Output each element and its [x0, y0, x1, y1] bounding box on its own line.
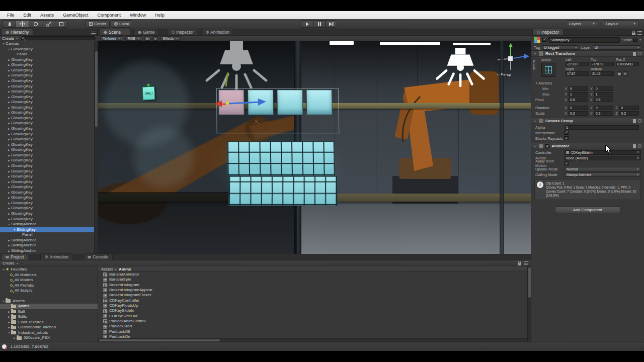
lock-icon[interactable]: [632, 33, 635, 35]
expander-arrow-icon[interactable]: ▶: [7, 309, 11, 315]
rotation-x-field[interactable]: 0: [569, 106, 588, 110]
hierarchy-item[interactable]: ▶ GlowingKey: [0, 62, 98, 68]
alpha-field[interactable]: 1: [565, 125, 639, 130]
expander-arrow-icon[interactable]: ▶: [7, 78, 11, 84]
tab-hierarchy[interactable]: Hierarchy: [1, 29, 33, 35]
asset-file-row[interactable]: CDKeyController: [98, 298, 531, 303]
hierarchy-item[interactable]: ▶ GlowingKey: [0, 116, 98, 121]
expander-arrow-icon[interactable]: ▶: [7, 137, 11, 142]
hierarchy-item[interactable]: Panel: [0, 232, 98, 238]
expander-arrow-icon[interactable]: ▼: [2, 267, 6, 273]
gear-icon[interactable]: [638, 119, 641, 123]
hierarchy-search-input[interactable]: [21, 36, 96, 40]
expander-arrow-icon[interactable]: ▼: [2, 299, 6, 304]
rt-posz-field[interactable]: 0.0006493: [616, 62, 639, 66]
hierarchy-item[interactable]: ▶ GlowingKey: [0, 68, 98, 73]
hierarchy-item[interactable]: ▼ SlidingKey: [0, 227, 98, 233]
expander-arrow-icon[interactable]: ▶: [7, 57, 11, 63]
chevron-down-icon[interactable]: ▼: [639, 38, 641, 41]
asset-file-row[interactable]: PadlockStart: [98, 324, 531, 329]
expander-arrow-icon[interactable]: ▶: [7, 158, 11, 163]
update-mode-dropdown[interactable]: Normal▼: [565, 167, 641, 171]
project-folder-item[interactable]: ▶ Gastronomic_kitchen: [0, 325, 98, 330]
draw-mode-dropdown[interactable]: Textured▼: [100, 36, 123, 41]
expander-arrow-icon[interactable]: ▶: [7, 190, 11, 196]
tab-game[interactable]: Game: [133, 29, 159, 35]
menu-edit[interactable]: Edit: [19, 11, 36, 19]
rect-transform-header[interactable]: ▼ Rect Transform: [531, 50, 644, 57]
hierarchy-item[interactable]: ▶ GlowingKey: [0, 100, 98, 105]
glowing-key-tile[interactable]: [306, 89, 333, 115]
help-icon[interactable]: [633, 52, 636, 56]
expander-arrow-icon[interactable]: ▶: [7, 179, 11, 185]
asset-file-row[interactable]: CDKeySlideIn: [98, 308, 531, 313]
menu-gameobject[interactable]: GameObject: [58, 11, 93, 19]
help-icon[interactable]: [633, 119, 636, 123]
expander-arrow-icon[interactable]: ▼: [13, 227, 17, 233]
scale-x-field[interactable]: 0.2: [569, 111, 588, 116]
expander-arrow-icon[interactable]: ▶: [7, 89, 11, 95]
animator-enabled-checkbox[interactable]: [545, 144, 549, 148]
canvas-group-header[interactable]: ▼ Canvas Group: [531, 118, 644, 124]
pivot-mode-button[interactable]: Center: [86, 20, 110, 28]
menu-assets[interactable]: Assets: [36, 11, 58, 19]
menu-component[interactable]: Component: [93, 11, 126, 19]
expander-arrow-icon[interactable]: ▶: [7, 105, 11, 111]
expander-arrow-icon[interactable]: ▶: [7, 126, 11, 132]
scrollbar-thumb[interactable]: [99, 339, 220, 341]
pause-button[interactable]: [313, 20, 325, 28]
expander-arrow-icon[interactable]: ▶: [7, 73, 11, 78]
project-scrollbar[interactable]: [527, 266, 531, 342]
expander-arrow-icon[interactable]: ▶: [13, 335, 17, 341]
expander-arrow-icon[interactable]: ▶: [7, 110, 11, 116]
lock-icon[interactable]: [518, 263, 521, 265]
step-button[interactable]: [325, 20, 337, 28]
hierarchy-item[interactable]: ▶ GlowingKey: [0, 217, 98, 222]
layout-dropdown[interactable]: Layout▼: [603, 20, 639, 27]
scrollbar-thumb[interactable]: [528, 267, 531, 298]
hierarchy-item[interactable]: ▶ GlowingKey: [0, 195, 98, 201]
expander-arrow-icon[interactable]: ▼: [7, 330, 11, 336]
tab-animation-bottom[interactable]: Animation: [40, 253, 73, 260]
tag-dropdown[interactable]: Untagged▼: [542, 45, 579, 50]
tab-inspector[interactable]: Inspector: [167, 29, 198, 35]
hierarchy-item[interactable]: ▶ GlowingKey: [0, 89, 98, 95]
status-bar[interactable]: -1.1023456, 7.698762: [0, 342, 644, 351]
project-folder-item[interactable]: ▶ 550scale_FBX: [0, 335, 98, 341]
scale-z-field[interactable]: 0.2: [619, 111, 639, 116]
hierarchy-item[interactable]: ▶ GlowingKey: [0, 132, 98, 137]
hierarchy-item[interactable]: ▼ Canvas: [0, 41, 98, 47]
foldout-arrow-icon[interactable]: ▼: [534, 145, 537, 148]
raw-edit-mode-button[interactable]: R: [623, 71, 628, 76]
hierarchy-item[interactable]: ▶ GlowingKey: [0, 174, 98, 179]
hierarchy-item[interactable]: ▶ GlowingKey: [0, 158, 98, 163]
favorite-search-item[interactable]: All Materials: [0, 273, 98, 278]
hierarchy-item[interactable]: ▶ GlowingKey: [0, 201, 98, 206]
favorite-search-item[interactable]: All Prefabs: [0, 283, 98, 289]
hierarchy-item[interactable]: ▶ GlowingKey: [0, 73, 98, 78]
hierarchy-scrollbar[interactable]: [94, 41, 98, 254]
gear-icon[interactable]: [638, 52, 641, 55]
anchors-min-x-field[interactable]: 0: [569, 86, 588, 91]
hierarchy-item[interactable]: ▶ GlowingKey: [0, 211, 98, 217]
hierarchy-item[interactable]: ▶ SlidingAnchor: [0, 248, 98, 254]
hierarchy-item[interactable]: ▶ GlowingKey: [0, 57, 98, 63]
scene-viewport[interactable]: VAL! < Persp: [98, 41, 531, 254]
asset-file-row[interactable]: BananaAnimator: [98, 272, 531, 277]
render-channels-dropdown[interactable]: RGB▼: [125, 36, 142, 41]
expander-arrow-icon[interactable]: ▶: [7, 211, 11, 217]
blocks-raycasts-checkbox[interactable]: [565, 136, 569, 140]
root-motion-checkbox[interactable]: [565, 161, 569, 165]
pivot-x-field[interactable]: 0.5: [569, 98, 588, 102]
hierarchy-item[interactable]: ▶ GlowingKey: [0, 110, 98, 116]
rotation-z-field[interactable]: 0: [619, 106, 639, 110]
menu-file[interactable]: File: [3, 11, 19, 19]
project-folder-item[interactable]: ▼ Assets: [0, 299, 98, 304]
glowing-key-tile[interactable]: [248, 89, 274, 115]
key-grid-middle[interactable]: [227, 141, 335, 175]
culling-mode-dropdown[interactable]: Always Animate▼: [565, 172, 641, 177]
hierarchy-item[interactable]: Panel: [0, 52, 98, 57]
controller-object-field[interactable]: CDKeySlideIn ⊙: [565, 150, 641, 155]
tab-inspector-panel[interactable]: Inspector: [532, 29, 564, 35]
hand-tool-button[interactable]: [3, 20, 16, 28]
